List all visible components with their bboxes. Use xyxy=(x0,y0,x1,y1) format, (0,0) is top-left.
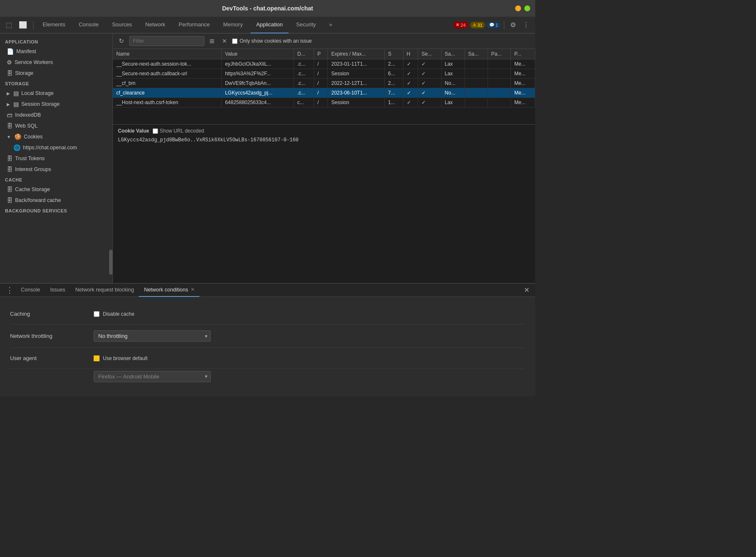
show-url-decoded-checkbox[interactable] xyxy=(153,128,158,134)
table-row[interactable]: __cf_bmDwVE9fcTqbAbAn....c.../2022-12-12… xyxy=(113,79,535,88)
table-cell: Me... xyxy=(511,88,535,98)
table-cell: ✓ xyxy=(418,88,441,98)
sidebar-item-cookies[interactable]: ▼ 🍪 Cookies xyxy=(0,131,112,142)
filter-options-button[interactable]: ⊞ xyxy=(207,36,217,46)
table-cell xyxy=(465,79,488,88)
table-cell xyxy=(488,98,511,107)
sidebar-item-indexeddb[interactable]: 🗃 IndexedDB xyxy=(0,110,112,120)
table-row[interactable]: cf_clearanceLGKyccs42asdg_pj....c.../202… xyxy=(113,88,535,98)
refresh-cookies-button[interactable]: ↻ xyxy=(116,36,127,46)
tab-sources[interactable]: Sources xyxy=(106,17,138,33)
cache-storage-icon: 🗄 xyxy=(7,186,13,193)
tab-application[interactable]: Application xyxy=(250,17,289,33)
settings-button[interactable]: ⚙ xyxy=(508,19,518,31)
tab-performance[interactable]: Performance xyxy=(173,17,215,33)
tab-memory[interactable]: Memory xyxy=(217,17,249,33)
sidebar-item-session-storage[interactable]: ▶ ▤ Session Storage xyxy=(0,99,112,110)
disable-cache-checkbox[interactable] xyxy=(94,311,100,317)
table-cell: Me... xyxy=(511,69,535,79)
show-issues-checkbox[interactable] xyxy=(232,38,238,44)
tab-elements[interactable]: Elements xyxy=(37,17,71,33)
close-network-conditions-tab[interactable]: ✕ xyxy=(191,287,194,292)
col-partition: Pa... xyxy=(488,49,511,59)
sidebar-item-back-forward-cache[interactable]: 🗄 Back/forward cache xyxy=(0,195,112,206)
col-samesite: Sa... xyxy=(441,49,465,59)
sidebar-section-cache: Cache xyxy=(0,175,112,184)
more-options-button[interactable]: ⋮ xyxy=(520,19,532,31)
toolbar-divider-2 xyxy=(504,21,504,29)
websql-icon: 🗄 xyxy=(7,123,13,129)
sidebar-item-cookies-url[interactable]: 🌐 https://chat.openai.com xyxy=(0,142,112,153)
table-cell: / xyxy=(314,79,328,88)
table-cell: ✓ xyxy=(403,88,418,98)
bottom-panel-menu-button[interactable]: ⋮ xyxy=(3,285,16,296)
show-url-decoded-label[interactable]: Show URL decoded xyxy=(153,128,204,134)
bottom-tab-network-conditions[interactable]: Network conditions ✕ xyxy=(139,284,199,297)
show-issues-checkbox-label[interactable]: Only show cookies with an issue xyxy=(232,38,312,44)
maximize-button[interactable] xyxy=(524,5,530,11)
sidebar-item-local-storage[interactable]: ▶ ▤ Local Storage xyxy=(0,88,112,99)
sidebar-item-interest-groups[interactable]: 🗄 Interest Groups xyxy=(0,164,112,175)
tab-more[interactable]: » xyxy=(323,17,338,33)
filter-input[interactable] xyxy=(129,36,204,46)
bottom-tab-issues[interactable]: Issues xyxy=(45,284,70,297)
use-browser-default-label: Use browser default xyxy=(103,355,148,361)
table-cell: __Secure-next-auth.callback-url xyxy=(113,69,222,79)
devtools-toolbar: ⬚ ⬜ Elements Console Sources Network Per… xyxy=(0,17,535,33)
sidebar-item-storage-main[interactable]: 🗄 Storage xyxy=(0,68,112,79)
warning-count: 31 xyxy=(478,23,483,28)
table-cell: cf_clearance xyxy=(113,88,222,98)
table-row[interactable]: __Secure-next-auth.callback-urlhttps%3A%… xyxy=(113,69,535,79)
col-name: Name xyxy=(113,49,222,59)
warning-badge[interactable]: ⚠ 31 xyxy=(470,22,485,28)
table-cell: c... xyxy=(294,98,314,107)
table-row[interactable]: __Host-next-auth.csrf-token6482588025633… xyxy=(113,98,535,107)
table-cell: eyJhbGciOiJkaXliL... xyxy=(222,59,294,69)
cookies-icon: 🍪 xyxy=(14,133,21,140)
close-bottom-panel-button[interactable]: ✕ xyxy=(521,285,532,295)
clear-cookies-button[interactable]: ✕ xyxy=(220,36,230,46)
throttling-label: Network throttling xyxy=(10,333,94,339)
tab-console[interactable]: Console xyxy=(73,17,105,33)
trust-tokens-icon: 🗄 xyxy=(7,155,13,162)
table-cell: 2... xyxy=(384,79,403,88)
table-cell: .c... xyxy=(294,69,314,79)
sidebar: Application 📄 Manifest ⚙ Service Workers… xyxy=(0,33,113,283)
bottom-tab-console[interactable]: Console xyxy=(16,284,45,297)
minimize-button[interactable] xyxy=(515,5,521,11)
bottom-tab-network-request-blocking[interactable]: Network request blocking xyxy=(70,284,139,297)
sidebar-item-service-workers[interactable]: ⚙ Service Workers xyxy=(0,57,112,68)
table-cell: DwVE9fcTqbAbAn... xyxy=(222,79,294,88)
cookie-value-header: Cookie Value Show URL decoded xyxy=(118,128,530,134)
use-browser-default-checkbox[interactable] xyxy=(94,355,100,361)
cookies-table-wrapper[interactable]: Name Value D... P Expires / Max... S H S… xyxy=(113,49,535,124)
sidebar-item-websql[interactable]: 🗄 Web SQL xyxy=(0,120,112,131)
table-cell: ✓ xyxy=(418,98,441,107)
col-domain: D... xyxy=(294,49,314,59)
sidebar-item-trust-tokens[interactable]: 🗄 Trust Tokens xyxy=(0,153,112,164)
info-badge[interactable]: 💬 1 xyxy=(487,22,501,28)
warning-icon: ⚠ xyxy=(472,23,476,27)
error-badge[interactable]: ✖ 24 xyxy=(453,22,468,28)
throttling-select[interactable]: No throttling Fast 3G Slow 3G Offline Cu… xyxy=(94,330,211,342)
sidebar-item-manifest[interactable]: 📄 Manifest xyxy=(0,46,112,57)
table-row[interactable]: __Secure-next-auth.session-tok...eyJhbGc… xyxy=(113,59,535,69)
table-cell: __Secure-next-auth.session-tok... xyxy=(113,59,222,69)
cookie-value-text: LGKyccs42asdg_pjd0BwBe6o..VxRSik6XkLV5Ow… xyxy=(118,135,530,145)
back-forward-cache-icon: 🗄 xyxy=(7,197,13,204)
table-cell: Lax xyxy=(441,59,465,69)
device-toggle-button[interactable]: ⬜ xyxy=(16,19,30,31)
tab-security[interactable]: Security xyxy=(290,17,322,33)
col-secure: Se... xyxy=(418,49,441,59)
table-cell: Lax xyxy=(441,69,465,79)
table-cell: 7... xyxy=(384,88,403,98)
sidebar-scrollbar[interactable] xyxy=(109,250,112,275)
table-cell: 6482588025633c4... xyxy=(222,98,294,107)
sidebar-item-cache-storage[interactable]: 🗄 Cache Storage xyxy=(0,184,112,195)
tab-network[interactable]: Network xyxy=(140,17,171,33)
cursor-area xyxy=(113,148,535,283)
window-title: DevTools - chat.openai.com/chat xyxy=(222,5,313,12)
inspect-element-button[interactable]: ⬚ xyxy=(3,19,15,31)
user-agent-select[interactable]: Firefox — Android Mobile xyxy=(94,371,211,382)
table-cell xyxy=(465,88,488,98)
